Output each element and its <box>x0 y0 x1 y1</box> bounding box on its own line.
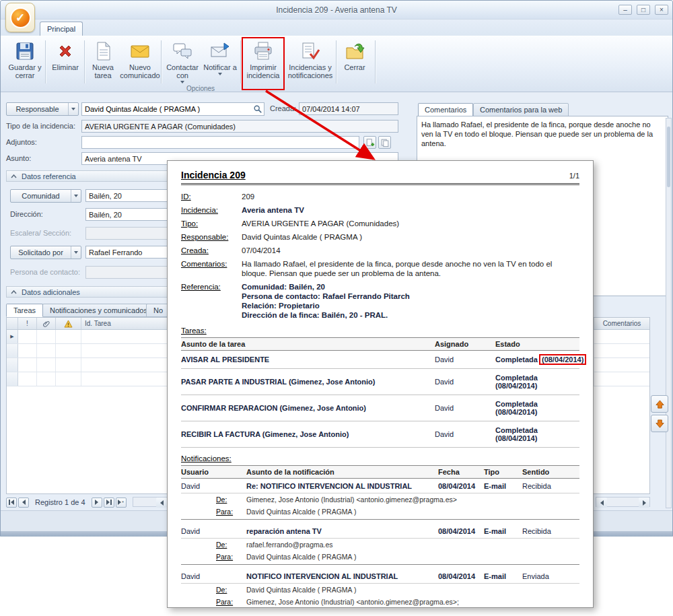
referencia-line: Dirección de la finca: Bailén, 20 - PRAL… <box>242 310 579 320</box>
tipo-input[interactable] <box>81 120 398 133</box>
tipo-label: Tipo de la incidencia: <box>6 120 75 133</box>
eliminar-button[interactable]: Eliminar <box>48 38 83 85</box>
tab-tareas[interactable]: Tareas <box>6 304 43 317</box>
button-label: Imprimir incidencia <box>245 63 281 79</box>
page-indicator: 1/1 <box>569 172 579 180</box>
maximize-button[interactable]: □ <box>637 5 650 15</box>
check-icon: ✓ <box>10 7 31 28</box>
print-preview-dialog: Incidencia 209 1/1 ID:209 Incidencia:Ave… <box>167 160 594 608</box>
warning-column-header[interactable] <box>56 318 81 329</box>
minimize-button[interactable]: – <box>618 5 632 15</box>
close-button[interactable]: × <box>655 5 668 15</box>
col-header: Asunto de la tarea <box>181 340 435 348</box>
table-row: RECIBIR LA FACTURA (Gimenez, Jose Antoni… <box>181 421 579 448</box>
scroll-left-button[interactable] <box>596 498 607 508</box>
notify-envelope-icon <box>209 40 231 62</box>
horizontal-scrollbar-left[interactable] <box>133 497 168 507</box>
chevron-down-icon <box>71 246 81 259</box>
adjuntos-input[interactable] <box>81 136 359 149</box>
notif-usuario: David <box>181 572 246 580</box>
solicitado-input[interactable] <box>85 246 168 259</box>
notification-entry: David reparación antena TV 08/04/2014 E-… <box>181 524 579 565</box>
window-title: Incidencia 209 - Averia antena TV <box>1 5 672 15</box>
button-label: Notificar a <box>203 63 237 71</box>
notif-usuario: David <box>181 527 246 535</box>
nueva-tarea-button[interactable]: Nueva tarea <box>87 38 119 85</box>
scroll-right-button[interactable] <box>639 498 649 508</box>
red-highlight-date: (08/04/2014) <box>539 354 586 365</box>
tab-notificaciones-comunicados[interactable]: Notificaciones y comunicados <box>42 304 155 317</box>
tab-principal[interactable]: Principal <box>40 22 83 36</box>
chevron-up-icon <box>11 290 17 294</box>
copy-button[interactable] <box>378 136 391 149</box>
direccion-input[interactable] <box>85 208 168 221</box>
nuevo-comunicado-button[interactable]: Nuevo comunicado <box>120 38 160 85</box>
tab-comentarios[interactable]: Comentarios <box>418 103 473 116</box>
speech-bubbles-icon <box>172 40 193 62</box>
de-label: De: <box>216 586 246 594</box>
notif-fecha: 08/04/2014 <box>438 572 484 580</box>
field-label: Responsable: <box>181 232 242 242</box>
horizontal-scrollbar-right[interactable] <box>596 497 650 507</box>
chevron-down-icon <box>68 103 78 115</box>
escalera-input[interactable] <box>85 227 168 240</box>
responsable-field-wrap <box>81 102 264 116</box>
ribbon: Guardar y cerrar Eliminar Nueva tarea Nu… <box>1 36 672 92</box>
comunidad-input[interactable] <box>85 189 168 202</box>
cerrar-button[interactable]: Cerrar <box>339 38 371 85</box>
comunidad-dropdown-button[interactable]: Comunidad <box>10 189 81 203</box>
persona-contacto-label: Persona de contacto: <box>10 266 80 279</box>
field-label: Referencia: <box>181 282 242 320</box>
move-down-button[interactable] <box>651 415 668 432</box>
responsable-input[interactable] <box>82 104 252 114</box>
notif-asunto: NOTIFICO INTERVENCION AL INDUSTRIAL <box>246 572 438 580</box>
vertical-scrollbar[interactable] <box>666 118 672 508</box>
priority-column-header[interactable]: ! <box>18 318 37 329</box>
field-value: 209 <box>242 192 579 201</box>
move-up-button[interactable] <box>651 395 668 413</box>
tarea-asunto: AVISAR AL PRESIDENTE <box>181 355 435 364</box>
attach-add-button[interactable] <box>363 136 376 149</box>
tarea-estado: Completada (08/04/2014) <box>495 426 579 442</box>
field-label: Tipo: <box>181 219 242 228</box>
delete-icon <box>55 40 76 62</box>
persona-contacto-input[interactable] <box>85 266 168 279</box>
contactar-con-button[interactable]: Contactar con <box>164 38 201 85</box>
notificar-a-button[interactable]: Notificar a <box>203 38 238 85</box>
button-label: Nueva tarea <box>87 63 118 79</box>
prev-record-button[interactable] <box>18 498 29 508</box>
next-record-button[interactable] <box>92 498 102 508</box>
row-marker-icon: ▶ <box>7 330 18 343</box>
separator <box>240 40 241 83</box>
imprimir-incidencia-button[interactable]: Imprimir incidencia <box>244 38 282 85</box>
field-value: 07/04/2014 <box>242 246 579 255</box>
first-record-button[interactable] <box>6 498 17 508</box>
orange-up-arrow-icon <box>655 399 665 409</box>
table-row: PASAR PARTE A INDUSTRIAL (Gimenez, Jose … <box>181 369 579 395</box>
col-header: Usuario <box>181 468 246 476</box>
paperclip-icon <box>42 320 50 328</box>
button-label: Incidencias y notificaciones <box>288 63 333 79</box>
attachment-column-header[interactable] <box>37 318 56 329</box>
copy-icon <box>380 138 390 147</box>
notif-tipo: E-mail <box>484 527 522 535</box>
tab-comentarios-web[interactable]: Comentarios para la web <box>473 103 569 116</box>
comentarios-column-header[interactable]: Comentarios <box>594 318 649 329</box>
scrollbar-thumb[interactable] <box>667 127 670 187</box>
solicitado-por-dropdown-button[interactable]: Solicitado por <box>10 246 81 259</box>
button-label: Contactar con <box>164 63 201 79</box>
incidencias-notificaciones-button[interactable]: Incidencias y notificaciones <box>287 38 333 85</box>
record-navigator: Registro 1 de 4 * <box>6 497 127 508</box>
separator <box>84 40 85 83</box>
guardar-y-cerrar-button[interactable]: Guardar y cerrar <box>6 38 44 85</box>
creada-input[interactable] <box>299 102 398 115</box>
field-label: Creada: <box>181 246 242 255</box>
last-record-button[interactable] <box>104 498 114 508</box>
de-value: David Quintas Alcalde ( PRAGMA ) <box>246 586 579 594</box>
notif-tipo: E-mail <box>484 482 522 490</box>
search-icon[interactable] <box>252 104 264 114</box>
scroll-left-button[interactable] <box>156 498 167 508</box>
new-record-button[interactable]: * <box>116 498 127 508</box>
de-label: De: <box>216 495 246 504</box>
responsable-dropdown-button[interactable]: Responsable <box>6 102 79 116</box>
